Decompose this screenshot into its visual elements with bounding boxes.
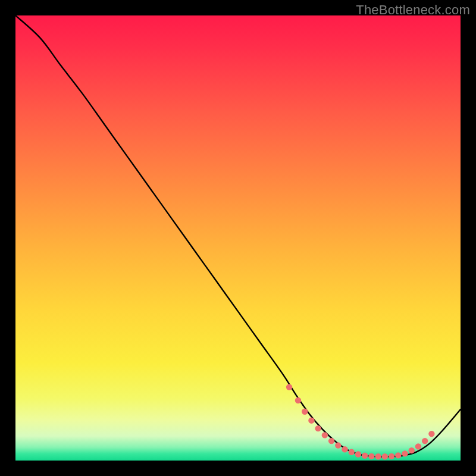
- marker-dot: [295, 397, 301, 403]
- marker-dot: [322, 432, 328, 438]
- marker-dot: [368, 453, 374, 459]
- marker-dot: [382, 453, 388, 459]
- marker-dot: [302, 409, 308, 415]
- plot-area: [15, 15, 461, 461]
- marker-dot: [422, 438, 428, 444]
- curve-layer: [15, 15, 461, 461]
- marker-dot: [315, 425, 321, 431]
- marker-dot: [349, 449, 355, 455]
- marker-dot: [335, 442, 341, 448]
- marker-dot: [415, 443, 421, 449]
- marker-dot: [402, 450, 408, 456]
- marker-dot: [409, 447, 415, 453]
- marker-dot: [286, 384, 292, 390]
- marker-dot: [342, 446, 347, 452]
- marker-dot: [428, 431, 434, 437]
- curve-markers: [286, 384, 435, 459]
- marker-dot: [308, 417, 314, 423]
- chart-frame: TheBottleneck.com: [0, 0, 476, 476]
- bottleneck-curve: [15, 15, 461, 457]
- marker-dot: [355, 451, 361, 457]
- marker-dot: [389, 453, 394, 459]
- marker-dot: [375, 453, 381, 459]
- marker-dot: [395, 452, 401, 458]
- marker-dot: [328, 438, 334, 444]
- watermark-text: TheBottleneck.com: [356, 2, 470, 18]
- marker-dot: [362, 453, 368, 459]
